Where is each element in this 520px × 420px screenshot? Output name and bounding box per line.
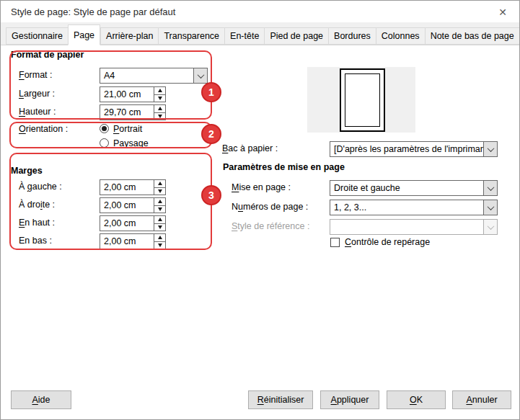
radio-selected-icon <box>100 124 109 133</box>
radio-unselected-icon <box>100 138 109 148</box>
tab-gestionnaire[interactable]: Gestionnaire <box>6 27 68 45</box>
format-label: Format : <box>19 70 53 80</box>
tab-bordures[interactable]: Bordures <box>328 27 376 45</box>
chevron-down-icon <box>197 71 204 79</box>
width-spinfield[interactable] <box>100 86 166 102</box>
help-button[interactable]: Aide <box>11 390 71 409</box>
radio-paysage[interactable]: Paysage <box>100 138 149 148</box>
register-style-combobox <box>330 219 498 235</box>
page-preview-margins <box>345 73 380 127</box>
spin-up-icon[interactable] <box>154 180 165 187</box>
spin-up-icon[interactable] <box>154 216 165 223</box>
dropdown-arrow-icon[interactable] <box>483 200 497 215</box>
dropdown-arrow-icon[interactable] <box>483 181 497 195</box>
width-input[interactable] <box>100 87 154 102</box>
chevron-down-icon <box>487 184 494 191</box>
tab-pied-de-page[interactable]: Pied de page <box>264 27 328 45</box>
chevron-down-icon <box>487 223 494 230</box>
spin-down-icon[interactable] <box>154 205 165 213</box>
margin-top-input[interactable] <box>100 216 154 231</box>
margin-right-input[interactable] <box>100 198 154 213</box>
tab-page[interactable]: Page <box>68 24 100 45</box>
spin-up-icon[interactable] <box>154 87 165 94</box>
spin-down-icon[interactable] <box>154 241 165 249</box>
margin-bottom-spinfield[interactable] <box>100 233 166 249</box>
spin-up-icon[interactable] <box>154 198 165 205</box>
paper-tray-label: Bac à papier : <box>222 143 278 153</box>
spin-up-icon[interactable] <box>154 105 165 112</box>
radio-portrait-label: Portrait <box>113 124 142 134</box>
tabstrip: Gestionnaire Page Arrière-plan Transpare… <box>1 22 519 45</box>
tab-note-de-bas-de-page[interactable]: Note de bas de page <box>425 27 520 45</box>
margin-left-spinner <box>154 180 165 195</box>
height-input[interactable] <box>100 105 154 120</box>
tab-colonnes[interactable]: Colonnes <box>376 27 425 45</box>
dialog-title: Style de page: Style de page par défaut <box>11 6 175 17</box>
tab-arriere-plan[interactable]: Arrière-plan <box>100 27 158 45</box>
spin-down-icon[interactable] <box>154 187 165 195</box>
paper-format-group-title: Format de papier <box>11 50 84 60</box>
titlebar: Style de page: Style de page par défaut … <box>1 1 519 22</box>
annotation-badge-3: 3 <box>201 185 221 205</box>
dropdown-arrow-icon <box>483 220 497 234</box>
margin-top-spinner <box>154 216 165 231</box>
close-icon[interactable]: ✕ <box>492 4 514 20</box>
margin-bottom-spinner <box>154 234 165 249</box>
height-spinfield[interactable] <box>100 104 166 120</box>
margin-right-label: À droite : <box>19 200 55 210</box>
annotation-badge-2: 2 <box>201 124 221 144</box>
spin-down-icon[interactable] <box>154 223 165 231</box>
dropdown-arrow-icon[interactable] <box>193 68 207 83</box>
page-layout-value: Droite et gauche <box>330 181 483 195</box>
spin-down-icon[interactable] <box>154 112 165 120</box>
margin-bottom-input[interactable] <box>100 234 154 249</box>
reset-button[interactable]: Réinitialiser <box>248 390 313 409</box>
layout-settings-group-title: Paramètres de mise en page <box>223 162 345 172</box>
margin-right-spinfield[interactable] <box>100 197 166 213</box>
page-layout-label: Mise en page : <box>232 182 291 192</box>
page-preview <box>307 67 415 133</box>
tab-en-tete[interactable]: En-tête <box>224 27 264 45</box>
height-label: Hauteur : <box>19 107 56 117</box>
margin-left-label: À gauche : <box>19 182 62 192</box>
register-style-value <box>330 220 483 234</box>
chevron-down-icon <box>487 145 494 152</box>
margin-top-spinfield[interactable] <box>100 215 166 231</box>
tab-transparence[interactable]: Transparence <box>158 27 224 45</box>
radio-portrait[interactable]: Portrait <box>100 123 142 134</box>
paper-tray-combobox[interactable]: [D'après les paramètres de l'imprimante] <box>330 141 498 157</box>
annotation-badge-1: 1 <box>201 82 221 102</box>
cancel-button[interactable]: Annuler <box>452 390 511 409</box>
checkbox-icon[interactable] <box>330 238 340 247</box>
margin-bottom-label: En bas : <box>19 236 52 246</box>
height-spinner <box>154 105 165 120</box>
chevron-down-icon <box>487 203 494 210</box>
orientation-label: Orientation : <box>19 124 68 134</box>
margin-left-spinfield[interactable] <box>100 179 166 195</box>
margin-right-spinner <box>154 198 165 213</box>
format-value: A4 <box>100 68 193 83</box>
page-layout-combobox[interactable]: Droite et gauche <box>330 180 498 196</box>
spin-down-icon[interactable] <box>154 94 165 102</box>
width-label: Largeur : <box>19 89 55 99</box>
page-style-dialog: Style de page: Style de page par défaut … <box>0 0 520 420</box>
margin-left-input[interactable] <box>100 180 154 195</box>
margins-group-title: Marges <box>11 166 43 176</box>
page-preview-sheet <box>340 68 385 132</box>
page-numbers-combobox[interactable]: 1, 2, 3... <box>330 200 498 215</box>
register-control-label: Contrôle de repérage <box>345 237 430 247</box>
dropdown-arrow-icon[interactable] <box>483 142 497 156</box>
spin-up-icon[interactable] <box>154 234 165 241</box>
apply-button[interactable]: Appliquer <box>320 390 379 409</box>
margin-top-label: En haut : <box>19 218 55 228</box>
page-numbers-value: 1, 2, 3... <box>330 200 483 215</box>
paper-tray-value: [D'après les paramètres de l'imprimante] <box>330 142 483 156</box>
radio-paysage-label: Paysage <box>113 138 149 148</box>
format-combobox[interactable]: A4 <box>100 68 208 84</box>
register-control-checkbox-row[interactable]: Contrôle de repérage <box>330 237 430 247</box>
register-style-label: Style de référence : <box>232 221 309 231</box>
width-spinner <box>154 87 165 102</box>
page-numbers-label: Numéros de page : <box>232 202 308 212</box>
ok-button[interactable]: OK <box>387 390 446 409</box>
